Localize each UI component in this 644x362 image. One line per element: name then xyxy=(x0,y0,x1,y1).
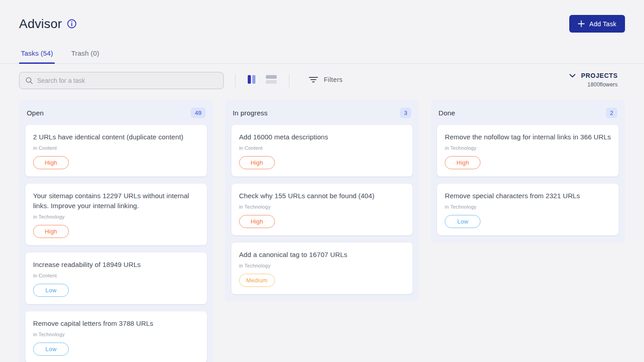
filter-lines-icon xyxy=(309,76,318,83)
task-card[interactable]: 2 URLs have identical content (duplicate… xyxy=(25,125,207,176)
task-category: in Technology xyxy=(239,263,405,268)
card-list: Add 16000 meta descriptionsin ContentHig… xyxy=(231,125,413,294)
toolbar: Filters PROJECTS 1800flowers xyxy=(0,64,644,89)
task-title: Remove special characters from 2321 URLs xyxy=(445,191,611,201)
task-card[interactable]: Add a canonical tag to 16707 URLsin Tech… xyxy=(231,243,413,294)
task-title: Add a canonical tag to 16707 URLs xyxy=(239,250,405,260)
column-title: In progress xyxy=(233,109,268,117)
priority-badge: High xyxy=(33,156,69,169)
chevron-down-icon xyxy=(569,74,576,78)
task-card[interactable]: Your sitemap contains 12297 URLs without… xyxy=(25,184,207,245)
task-card[interactable]: Check why 155 URLs cannot be found (404)… xyxy=(231,184,413,235)
task-title: Increase readability of 18949 URLs xyxy=(33,260,199,270)
task-category: in Technology xyxy=(33,214,199,219)
task-card[interactable]: Increase readability of 18949 URLsin Con… xyxy=(25,252,207,304)
info-icon[interactable] xyxy=(67,19,77,29)
column-title: Done xyxy=(438,109,455,117)
task-title: Your sitemap contains 12297 URLs without… xyxy=(33,191,199,211)
card-list: Remove the nofollow tag for internal lin… xyxy=(437,125,619,235)
tab-tasks[interactable]: Tasks (54) xyxy=(19,49,55,63)
search-box[interactable] xyxy=(19,72,224,89)
toolbar-divider xyxy=(289,74,289,87)
kanban-board: Open492 URLs have identical content (dup… xyxy=(0,89,644,362)
priority-badge: High xyxy=(33,225,69,238)
task-category: in Content xyxy=(33,273,199,278)
priority-badge: High xyxy=(239,156,275,169)
column-header: Open49 xyxy=(25,100,207,125)
task-category: in Technology xyxy=(445,145,611,151)
task-title: Add 16000 meta descriptions xyxy=(239,132,405,142)
column-count-badge: 49 xyxy=(191,108,205,118)
projects-row: PROJECTS xyxy=(569,72,618,79)
filters-button[interactable]: Filters xyxy=(309,76,343,83)
task-title: Remove the nofollow tag for internal lin… xyxy=(445,132,611,142)
priority-badge: High xyxy=(445,156,481,169)
list-view-icon xyxy=(266,75,277,84)
column-title: Open xyxy=(27,109,44,117)
projects-label: PROJECTS xyxy=(581,72,618,79)
add-task-label: Add Task xyxy=(589,20,616,28)
task-title: Check why 155 URLs cannot be found (404) xyxy=(239,191,405,201)
priority-badge: High xyxy=(239,215,275,228)
task-category: in Content xyxy=(33,145,199,151)
column-header: In progress3 xyxy=(231,100,413,125)
priority-badge: Low xyxy=(33,284,69,297)
list-view-button[interactable] xyxy=(265,74,278,85)
board-column-done: Done2Remove the nofollow tag for interna… xyxy=(431,100,625,243)
board-column-open: Open492 URLs have identical content (dup… xyxy=(19,100,213,362)
projects-dropdown[interactable]: PROJECTS 1800flowers xyxy=(569,72,618,88)
kanban-view-button[interactable] xyxy=(247,74,256,85)
search-input[interactable] xyxy=(37,77,217,84)
priority-badge: Medium xyxy=(239,274,275,287)
task-title: 2 URLs have identical content (duplicate… xyxy=(33,132,199,142)
add-task-button[interactable]: Add Task xyxy=(569,15,625,33)
filters-label: Filters xyxy=(324,76,343,83)
task-card[interactable]: Add 16000 meta descriptionsin ContentHig… xyxy=(231,125,413,176)
task-category: in Technology xyxy=(445,204,611,210)
task-card[interactable]: Remove the nofollow tag for internal lin… xyxy=(437,125,619,176)
page-header: Advisor Add Task Tasks (54) Trash (0) xyxy=(0,0,644,64)
tabs-bar: Tasks (54) Trash (0) xyxy=(0,49,644,64)
toolbar-divider xyxy=(235,74,235,87)
column-header: Done2 xyxy=(437,100,619,125)
task-card[interactable]: Remove special characters from 2321 URLs… xyxy=(437,184,619,235)
task-title: Remove capital letters from 3788 URLs xyxy=(33,319,199,329)
column-count-badge: 3 xyxy=(400,108,411,118)
task-category: in Technology xyxy=(239,204,405,210)
page-title: Advisor xyxy=(19,17,62,31)
card-list: 2 URLs have identical content (duplicate… xyxy=(25,125,207,362)
search-icon xyxy=(25,76,33,85)
view-toggle-group xyxy=(247,74,278,85)
priority-badge: Low xyxy=(445,215,481,228)
task-card[interactable]: Remove capital letters from 3788 URLsin … xyxy=(25,311,207,362)
task-category: in Content xyxy=(239,145,405,151)
board-column-in-progress: In progress3Add 16000 meta descriptionsi… xyxy=(225,100,419,301)
column-count-badge: 2 xyxy=(606,108,617,118)
selected-project: 1800flowers xyxy=(569,81,618,88)
priority-badge: Low xyxy=(33,343,69,356)
tab-trash[interactable]: Trash (0) xyxy=(69,49,101,63)
plus-icon xyxy=(578,20,585,27)
tabs: Tasks (54) Trash (0) xyxy=(19,49,625,63)
title-row: Advisor Add Task xyxy=(0,0,644,33)
task-category: in Technology xyxy=(33,332,199,337)
kanban-view-icon xyxy=(248,75,255,84)
